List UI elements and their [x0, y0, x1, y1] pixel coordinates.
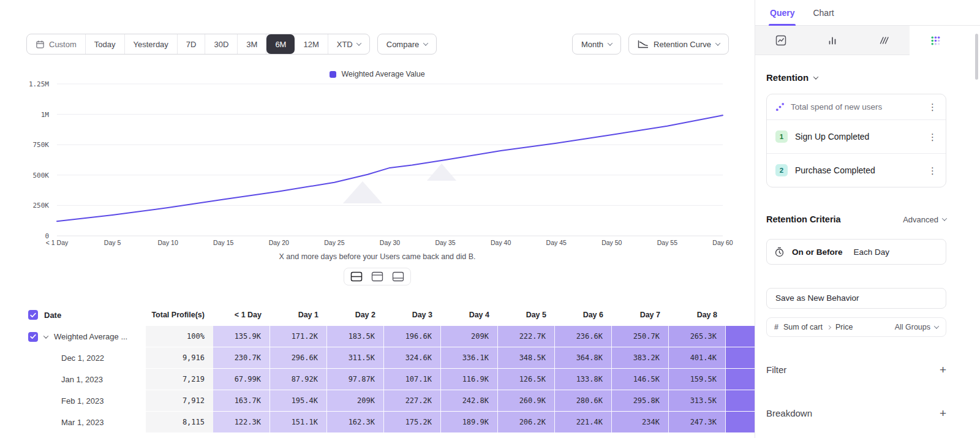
column-header[interactable]: Day 1	[270, 304, 327, 326]
range-6m[interactable]: 6M	[266, 34, 295, 54]
row-label: Jan 1, 2023	[61, 375, 103, 384]
retention-cell: 209K	[441, 326, 498, 347]
range-30d[interactable]: 30D	[205, 34, 238, 54]
retention-section-title[interactable]: Retention	[766, 72, 946, 83]
column-header[interactable]: Day 6	[555, 304, 612, 326]
main-panel: CustomTodayYesterday7D30D3M6M12MXTD Comp…	[0, 0, 755, 438]
retention-cell-clipped	[726, 326, 755, 347]
criteria-row[interactable]: On or Before Each Day	[766, 239, 946, 265]
tab-query-label: Query	[770, 8, 794, 18]
range-12m[interactable]: 12M	[295, 34, 328, 54]
retention-cell: 159.5K	[669, 369, 726, 390]
retention-view-tab[interactable]	[910, 26, 961, 55]
number-property-icon: #	[774, 323, 778, 331]
advanced-toggle[interactable]: Advanced	[903, 215, 946, 224]
svg-text:Day 35: Day 35	[435, 239, 455, 246]
column-header[interactable]: Day 5	[498, 304, 555, 326]
measure-sub-label: Price	[835, 323, 853, 331]
retention-cell: 175.2K	[384, 412, 441, 433]
svg-text:Day 60: Day 60	[712, 239, 733, 246]
range-xtd[interactable]: XTD	[328, 34, 369, 54]
svg-text:Day 55: Day 55	[657, 239, 677, 246]
layout-split-icon[interactable]	[350, 271, 363, 282]
retention-cell: 87.92K	[270, 369, 327, 390]
svg-text:Day 15: Day 15	[213, 239, 233, 246]
compare-label: Compare	[386, 40, 419, 49]
retention-cell: 324.6K	[384, 347, 441, 369]
chart-type-button[interactable]: Retention Curve	[628, 34, 729, 55]
granularity-label: Month	[581, 40, 603, 49]
row-label: Feb 1, 2023	[61, 396, 104, 406]
groups-label: All Groups	[895, 323, 930, 331]
sidebar-tabs: Query Chart	[755, 0, 980, 26]
flows-icon	[879, 36, 889, 45]
range-yesterday[interactable]: Yesterday	[125, 34, 178, 54]
range-custom[interactable]: Custom	[27, 34, 86, 54]
svg-text:1M: 1M	[41, 111, 50, 119]
filter-label: Filter	[766, 364, 786, 375]
retention-curve-icon	[638, 40, 649, 48]
line-chart-view-tab[interactable]	[755, 26, 807, 55]
retention-criteria-header: Retention Criteria Advanced	[766, 214, 946, 224]
behavior-header[interactable]: Total spend of new users ⋮	[767, 94, 946, 119]
retention-criteria-label: Retention Criteria	[766, 214, 841, 224]
chart-type-label: Retention Curve	[654, 40, 711, 49]
range-3m[interactable]: 3M	[238, 34, 266, 54]
add-breakdown-button[interactable]: +	[940, 407, 946, 419]
retention-cell: 348.5K	[498, 347, 555, 369]
behavior-card: Total spend of new users ⋮ 1Sign Up Comp…	[766, 94, 946, 187]
retention-cell: 311.5K	[327, 347, 384, 369]
tab-query[interactable]: Query	[770, 0, 794, 25]
measure-row[interactable]: # Sum of cart Price All Groups	[766, 317, 946, 337]
column-header[interactable]: Day 3	[384, 304, 441, 326]
retention-cell: 133.8K	[555, 369, 612, 390]
compare-button[interactable]: Compare	[377, 34, 437, 55]
row-label: Mar 1, 2023	[61, 418, 104, 427]
save-as-new-behavior-button[interactable]: Save as New Behavior	[766, 288, 946, 309]
add-filter-button[interactable]: +	[940, 364, 946, 376]
table-row[interactable]: Dec 1, 20229,916230.7K296.6K311.5K324.6K…	[0, 347, 755, 369]
behavior-icon	[775, 102, 785, 111]
retention-cell: 116.9K	[441, 369, 498, 390]
table-row[interactable]: Jan 1, 20237,21967.99K87.92K97.87K107.1K…	[0, 369, 755, 390]
range-7d[interactable]: 7D	[178, 34, 206, 54]
scrollbar[interactable]	[975, 34, 978, 80]
granularity-button[interactable]: Month	[572, 34, 621, 55]
behavior-step[interactable]: 2Purchase Completed⋮	[767, 153, 946, 187]
column-header[interactable]: Day 7	[612, 304, 669, 326]
chevron-down-icon[interactable]	[43, 333, 48, 338]
retention-cell: 163.7K	[213, 390, 270, 412]
behavior-step[interactable]: 1Sign Up Completed⋮	[767, 119, 946, 153]
retention-cell-clipped	[726, 390, 755, 412]
groups-dropdown[interactable]: All Groups	[895, 323, 938, 331]
kebab-menu-icon[interactable]: ⋮	[928, 166, 937, 175]
criteria-condition[interactable]: On or Before	[792, 247, 843, 257]
column-header[interactable]: Total Profile(s)	[146, 304, 213, 326]
column-header[interactable]: Day 8	[669, 304, 726, 326]
retention-cell: 234K	[612, 412, 669, 433]
retention-cell: 221.4K	[555, 412, 612, 433]
row-checkbox[interactable]	[28, 332, 38, 342]
tab-chart[interactable]: Chart	[813, 0, 834, 25]
kebab-menu-icon[interactable]: ⋮	[928, 102, 937, 111]
table-row[interactable]: Mar 1, 20238,115122.3K151.1K162.3K175.2K…	[0, 412, 755, 433]
bar-chart-view-tab[interactable]	[807, 26, 858, 55]
column-header[interactable]: Day 2	[327, 304, 384, 326]
flows-view-tab[interactable]	[858, 26, 910, 55]
range-today[interactable]: Today	[86, 34, 125, 54]
step-number-badge: 1	[775, 130, 788, 143]
legend-label: Weighted Average Value	[341, 70, 424, 78]
breakdown-section: Breakdown +	[766, 407, 946, 419]
criteria-frequency[interactable]: Each Day	[854, 247, 890, 257]
advanced-label: Advanced	[903, 215, 938, 224]
kebab-menu-icon[interactable]: ⋮	[928, 132, 937, 142]
table-header-row: DateTotal Profile(s)< 1 DayDay 1Day 2Day…	[0, 304, 755, 326]
table-row[interactable]: Weighted Average ...100%135.9K171.2K183.…	[0, 326, 755, 347]
select-all-checkbox[interactable]	[28, 310, 38, 320]
layout-table-icon[interactable]	[392, 271, 404, 282]
column-header[interactable]: < 1 Day	[213, 304, 270, 326]
column-header[interactable]: Day 4	[441, 304, 498, 326]
layout-chart-icon[interactable]	[371, 271, 383, 282]
table-row[interactable]: Feb 1, 20237,912163.7K195.4K209K227.2K24…	[0, 390, 755, 412]
retention-cell: 295.8K	[612, 390, 669, 412]
